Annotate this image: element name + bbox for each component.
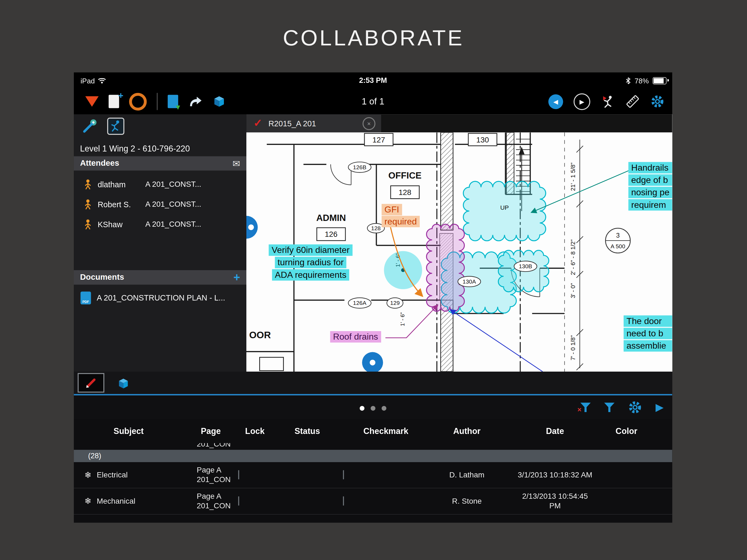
bluetooth-icon xyxy=(626,77,631,84)
dot[interactable] xyxy=(382,406,386,410)
app-window: 2:53 PM iPad 78% + xyxy=(74,73,672,523)
studio-session-icon[interactable] xyxy=(129,93,147,110)
callout-line: requirem xyxy=(628,199,672,210)
ada-callout[interactable]: Verify 60in diameter turning radius for … xyxy=(259,244,363,281)
attendee-name: dlatham xyxy=(98,180,145,189)
dot[interactable] xyxy=(371,406,376,410)
status-bar: 2:53 PM iPad 78% xyxy=(74,73,672,88)
column-color[interactable]: Color xyxy=(605,426,648,436)
callout-line: Handrails xyxy=(628,162,672,173)
column-lock[interactable]: Lock xyxy=(238,426,272,436)
next-page-button[interactable]: ▶ xyxy=(574,93,590,110)
svg-text:129: 129 xyxy=(390,300,400,306)
column-status[interactable]: Status xyxy=(272,426,343,436)
battery-percent: 78% xyxy=(635,77,649,85)
plus-badge: + xyxy=(118,91,123,101)
subject-text: Electrical xyxy=(97,470,128,479)
table-row[interactable]: ❄ Mechanical Page A 201_CON R. Stone 2/1… xyxy=(74,488,672,515)
checkmark-checkbox[interactable] xyxy=(343,497,344,506)
clear-x-badge: × xyxy=(577,406,582,414)
callout-line: The door xyxy=(624,315,672,327)
add-document-button[interactable]: + xyxy=(233,273,240,282)
page-title: COLLABORATE xyxy=(0,25,747,51)
dot-active[interactable] xyxy=(360,406,364,410)
tab-close-icon[interactable]: × xyxy=(363,117,376,130)
partial-page-text: 201_CON xyxy=(197,443,231,448)
column-checkmark[interactable]: Checkmark xyxy=(343,426,429,436)
gfi-callout[interactable]: GFI required xyxy=(382,203,420,228)
callout-line: ADA requirements xyxy=(272,269,349,281)
lock-checkbox[interactable] xyxy=(238,470,239,479)
svg-text:OOR: OOR xyxy=(249,330,271,340)
page-line1: Page A xyxy=(197,465,238,475)
app-menu-icon[interactable] xyxy=(85,96,99,107)
subject-text: Mechanical xyxy=(97,497,135,505)
door-assembly-callout[interactable]: The door need to b assemblie xyxy=(624,315,672,353)
document-content: ✓ R2015_A 201 × xyxy=(247,114,672,372)
date-cell: 3/1/2013 10:18:32 AM xyxy=(518,470,592,480)
checkmark-checkbox[interactable] xyxy=(343,470,344,479)
callout-line: nosing pe xyxy=(628,187,672,198)
markup-alert-icon[interactable] xyxy=(601,94,615,108)
revu-cube-tab[interactable] xyxy=(112,374,135,392)
svg-text:ADMIN: ADMIN xyxy=(316,213,346,223)
column-page[interactable]: Page xyxy=(183,426,238,436)
column-subject[interactable]: Subject xyxy=(74,426,183,436)
group-count-bar[interactable]: (28) xyxy=(74,450,672,462)
roof-drains-callout[interactable]: Roof drains xyxy=(330,331,381,343)
previous-page-button[interactable]: ◀ xyxy=(548,94,563,109)
attendee-row[interactable]: Robert S. A 201_CONST... xyxy=(74,195,247,214)
settings-gear-icon[interactable] xyxy=(650,94,664,108)
person-icon xyxy=(84,199,91,209)
share-icon[interactable] xyxy=(188,95,202,107)
attendee-row[interactable]: KShaw A 201_CONST... xyxy=(74,214,247,234)
markup-list-tab[interactable] xyxy=(78,373,104,392)
document-name: A 201_CONSTRUCTION PLAN - L... xyxy=(97,293,225,302)
measure-ruler-icon[interactable] xyxy=(626,94,640,108)
document-row[interactable]: PDF A 201_CONSTRUCTION PLAN - L... xyxy=(74,288,247,308)
svg-text:128: 128 xyxy=(398,188,411,197)
list-controls: × ▶ xyxy=(74,396,672,419)
attendee-row[interactable]: dlatham A 201_CONST... xyxy=(74,175,247,195)
attendee-document: A 201_CONST... xyxy=(145,180,201,189)
revision-cloud-cyan[interactable] xyxy=(463,181,545,240)
person-icon xyxy=(84,219,91,229)
toolbar-separator xyxy=(157,93,157,110)
annotations-panel: × ▶ Subject Page Lock Status Checkmark A… xyxy=(74,372,672,523)
handrails-callout[interactable]: Handrails edge of b nosing pe requirem xyxy=(628,161,672,212)
column-date[interactable]: Date xyxy=(505,426,605,436)
callout-line: need to b xyxy=(624,328,672,339)
dimension-line xyxy=(576,140,583,370)
callout-line: edge of b xyxy=(628,175,672,186)
table-row[interactable]: ❄ Electrical Page A 201_CON D. Latham 3/… xyxy=(74,462,672,488)
filter-icon[interactable] xyxy=(604,403,614,412)
pointer-tool-icon[interactable] xyxy=(81,118,98,134)
callout-line: assemblie xyxy=(624,340,672,352)
cube-icon xyxy=(117,377,130,390)
attendees-header-label: Attendees xyxy=(80,159,119,168)
list-settings-gear-icon[interactable] xyxy=(628,400,642,414)
flip-to-revu-cube-icon[interactable] xyxy=(212,95,226,108)
follow-attendee-icon[interactable] xyxy=(107,118,124,135)
svg-text:130B: 130B xyxy=(519,263,532,269)
table-row[interactable]: ❄ Mechanical Page A R. Stone 2/28/2013 1… xyxy=(74,515,672,523)
lock-checkbox[interactable] xyxy=(238,497,239,506)
save-download-icon[interactable]: ▼ xyxy=(168,95,178,108)
document-tab[interactable]: ✓ R2015_A 201 × xyxy=(247,114,381,132)
expand-panel-icon[interactable]: ▶ xyxy=(656,401,664,413)
author-cell: D. Latham xyxy=(429,470,505,479)
clear-filter-icon[interactable]: × xyxy=(580,403,591,412)
new-document-icon[interactable]: + xyxy=(108,95,119,108)
date-cell: 2/13/2013 10:54:45 PM xyxy=(516,492,594,511)
callout-line: turning radius for xyxy=(275,257,347,268)
column-author[interactable]: Author xyxy=(429,426,505,436)
revision-cloud-purple[interactable] xyxy=(427,224,464,311)
page-line2: 201_CON xyxy=(197,475,238,485)
detail-marker: 3 A 500 xyxy=(606,228,630,253)
svg-text:1' - 6": 1' - 6" xyxy=(400,312,406,326)
svg-text:UP: UP xyxy=(500,204,509,211)
plan-canvas[interactable]: 21' - 1 5/8" 2' - 6" - 8 1/2" 3' - 0" 7'… xyxy=(247,132,672,372)
attendee-location-marker[interactable] xyxy=(362,352,383,372)
email-attendees-icon[interactable]: ✉ xyxy=(232,158,240,169)
callout-line: GFI xyxy=(382,204,402,215)
